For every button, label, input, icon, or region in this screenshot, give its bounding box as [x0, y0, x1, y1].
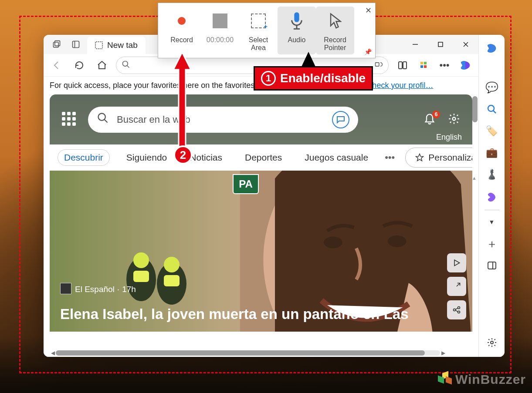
extensions-icon[interactable] — [415, 57, 432, 74]
svg-point-29 — [164, 257, 180, 272]
svg-point-35 — [458, 307, 460, 309]
recording-timer: 00:00:00 — [201, 7, 239, 54]
svg-marker-32 — [454, 260, 460, 265]
svg-point-17 — [98, 114, 105, 121]
svg-rect-15 — [420, 65, 423, 68]
record-pointer-label: Record Pointer — [324, 36, 346, 52]
svg-marker-20 — [416, 154, 424, 161]
more-menu-icon[interactable]: ••• — [436, 57, 453, 74]
svg-line-38 — [456, 310, 458, 312]
vertical-scrollbar[interactable]: ▲ — [471, 94, 478, 349]
callout-pointer — [302, 53, 315, 66]
svg-rect-30 — [133, 271, 149, 282]
svg-point-43 — [491, 341, 493, 344]
record-dot-icon — [178, 17, 186, 25]
sidebar-shopping-icon[interactable]: 🏷️ — [482, 121, 502, 141]
news-time: 17h — [122, 285, 136, 294]
snipping-tool-recorder: Record 00:00:00 Select Area Audio Record… — [158, 3, 376, 58]
minimize-button[interactable] — [403, 35, 428, 54]
refresh-button[interactable] — [71, 57, 88, 74]
svg-point-8 — [123, 61, 128, 66]
split-screen-icon[interactable] — [394, 57, 411, 74]
sidebar-chat-icon[interactable]: 💬 — [482, 77, 502, 97]
select-area-icon — [251, 13, 266, 28]
sidebar-collapse-icon[interactable]: ▼ — [482, 212, 502, 232]
svg-rect-16 — [424, 65, 427, 68]
microphone-icon — [284, 8, 309, 34]
svg-point-34 — [454, 309, 456, 311]
horizontal-scrollbar[interactable]: ◀ ▶ — [50, 350, 446, 356]
svg-line-33 — [457, 283, 460, 287]
svg-rect-41 — [488, 262, 496, 269]
back-button[interactable] — [48, 57, 65, 74]
news-source: El Español · 17h — [75, 285, 136, 294]
step-1-badge: 1 — [261, 71, 276, 86]
copilot-icon[interactable] — [457, 57, 474, 74]
web-search-box[interactable]: Buscar en la web — [88, 107, 358, 133]
svg-rect-5 — [438, 42, 443, 47]
sidebar-tools-icon[interactable]: 💼 — [482, 143, 502, 163]
tab-discover[interactable]: Descubrir — [58, 149, 110, 166]
svg-point-19 — [453, 117, 456, 120]
content-area: Buscar en la web 6 E — [44, 94, 478, 357]
pin-icon[interactable]: 📌 — [364, 48, 372, 55]
svg-rect-0 — [54, 42, 59, 47]
news-card[interactable]: PA El Español · 17h Elena Isabel, la jov… — [50, 171, 472, 332]
svg-rect-1 — [55, 41, 60, 46]
tab-actions-icon[interactable] — [47, 37, 66, 52]
browser-sidebar: 💬 🏷️ 💼 ♟️ ▼ ＋ — [478, 35, 505, 357]
more-tabs-icon[interactable]: ••• — [385, 152, 395, 163]
notification-badge: 6 — [432, 111, 440, 118]
sidebar-add-icon[interactable]: ＋ — [482, 234, 502, 254]
maximize-button[interactable] — [428, 35, 453, 54]
feed-tabs: Descubrir Siguiendo Noticias Deportes Ju… — [50, 144, 472, 171]
svg-point-24 — [387, 235, 406, 247]
svg-point-23 — [324, 237, 342, 249]
sidebar-search-icon[interactable] — [482, 99, 502, 119]
ntp-header: Buscar en la web 6 E — [50, 94, 472, 144]
watermark-text: WinBuzzer — [455, 372, 526, 387]
record-pointer-toggle[interactable]: Record Pointer — [316, 7, 354, 54]
tab-casual-games[interactable]: Juegos casuale — [298, 150, 374, 165]
read-aloud-icon[interactable] — [374, 60, 383, 71]
tab-title: New tab — [107, 40, 138, 50]
tab-following[interactable]: Siguiendo — [120, 150, 173, 165]
sidebar-split-icon[interactable] — [482, 255, 502, 275]
sidebar-games-icon[interactable]: ♟️ — [482, 165, 502, 185]
audio-toggle[interactable]: Audio — [278, 7, 316, 54]
sidebar-settings-icon[interactable] — [482, 333, 502, 353]
close-button[interactable] — [453, 35, 478, 54]
close-icon[interactable]: ✕ — [365, 6, 372, 15]
svg-line-37 — [456, 308, 458, 309]
svg-point-39 — [488, 105, 494, 111]
notifications-button[interactable]: 6 — [424, 112, 438, 127]
bing-chat-icon[interactable] — [332, 111, 349, 128]
language-label[interactable]: English — [436, 133, 462, 142]
sidebar-copilot-icon[interactable] — [482, 38, 502, 58]
svg-rect-11 — [399, 62, 402, 69]
browser-tab[interactable]: New tab — [87, 37, 146, 54]
check-profile-link[interactable]: Check your profil… — [366, 81, 433, 90]
app-launcher-icon[interactable] — [62, 112, 78, 128]
sidebar-m365-icon[interactable] — [482, 186, 502, 206]
step-2-badge: 2 — [173, 145, 193, 165]
svg-rect-2 — [73, 41, 79, 48]
svg-rect-10 — [376, 62, 379, 66]
tab-sports[interactable]: Deportes — [239, 150, 288, 165]
home-button[interactable] — [93, 57, 111, 74]
expand-button[interactable] — [447, 277, 466, 296]
personalize-button[interactable]: Personalizar — [405, 148, 472, 168]
svg-rect-14 — [424, 62, 427, 64]
play-button[interactable] — [447, 253, 466, 272]
share-button[interactable] — [447, 300, 466, 319]
search-placeholder: Buscar en la web — [117, 114, 324, 125]
select-area-label: Select Area — [249, 36, 268, 52]
watermark-logo-icon — [438, 372, 453, 387]
watermark: WinBuzzer — [438, 372, 526, 387]
vertical-tabs-icon[interactable] — [66, 37, 85, 52]
page-settings-icon[interactable] — [448, 113, 460, 127]
record-button[interactable]: Record — [163, 7, 201, 54]
select-area-button[interactable]: Select Area — [239, 7, 278, 54]
svg-point-28 — [133, 252, 149, 268]
search-icon — [97, 112, 109, 127]
